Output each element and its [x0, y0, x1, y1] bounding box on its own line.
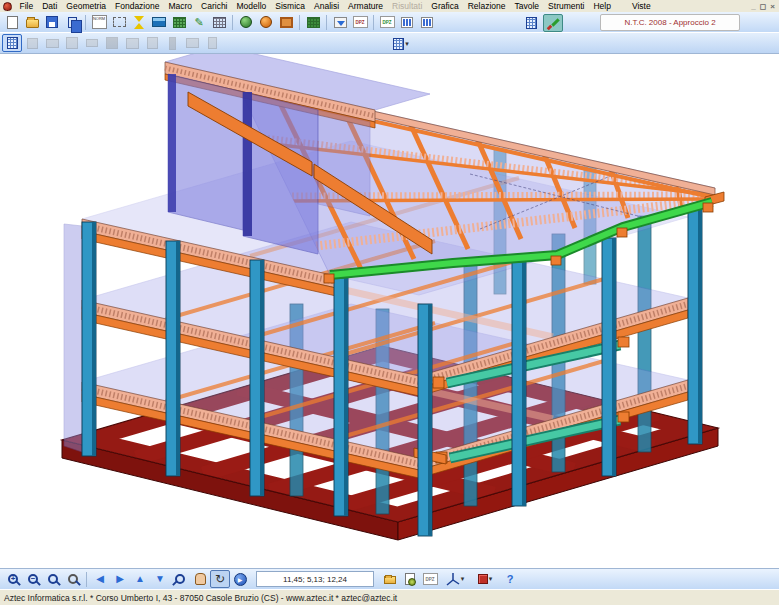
mesh-icon[interactable] [209, 13, 229, 31]
dpz-stamp-icon[interactable]: DPZ [420, 570, 440, 588]
building-view-icon[interactable] [521, 14, 541, 32]
floppy-glyph [46, 16, 58, 28]
render-brush-icon[interactable] [543, 14, 563, 32]
dpz-glyph: DPZ [380, 16, 395, 28]
export-load-icon[interactable] [330, 13, 350, 31]
chart-glyph [401, 17, 413, 28]
play-glyph: ▶ [234, 573, 247, 586]
plan-tool-icon [62, 34, 82, 52]
menu-sismica[interactable]: Sismica [271, 0, 310, 12]
page-gear-icon[interactable] [400, 570, 420, 588]
folder-small-icon[interactable] [380, 570, 400, 588]
menu-geometria[interactable]: Geometria [62, 0, 111, 12]
tool-glyph [169, 37, 176, 50]
menu-dati[interactable]: Dati [38, 0, 62, 12]
flag-tool-icon [82, 34, 102, 52]
pan-up-icon[interactable]: ▲ [130, 570, 150, 588]
building-3d-mode-icon[interactable] [2, 34, 22, 52]
sphere-glyph [240, 16, 252, 28]
menu-file[interactable]: File [15, 0, 38, 12]
dpz-wave-icon[interactable]: DPZ [350, 13, 370, 31]
chart-b-icon[interactable] [417, 13, 437, 31]
copy-icon[interactable] [62, 13, 82, 31]
menu-strumenti[interactable]: Strumenti [544, 0, 589, 12]
hourglass-icon[interactable] [129, 13, 149, 31]
save-icon[interactable] [42, 13, 62, 31]
question-glyph: ? [507, 573, 514, 585]
orange-sphere-icon[interactable] [256, 13, 276, 31]
menu-relazione[interactable]: Relazione [463, 0, 510, 12]
zoom-out-icon[interactable]: − [23, 570, 43, 588]
menu-help[interactable]: Help [589, 0, 615, 12]
norm-icon[interactable]: NORM [89, 13, 109, 31]
green-slab-icon[interactable] [169, 13, 189, 31]
grid-icon[interactable] [303, 13, 323, 31]
separator [326, 15, 327, 30]
menu-tavole[interactable]: Tavole [510, 0, 544, 12]
dpz-check-icon[interactable]: DPZ [377, 13, 397, 31]
pencil-glyph: ✎ [194, 17, 203, 28]
chevron-down-icon: ▾ [489, 575, 493, 583]
zoom-in-icon[interactable]: + [3, 570, 23, 588]
zoom-previous-icon[interactable] [170, 570, 190, 588]
selection-box-icon[interactable] [109, 13, 129, 31]
tool-glyph [126, 38, 139, 49]
grid-glyph [307, 17, 320, 28]
orbit-icon[interactable]: ↻ [210, 570, 230, 588]
model-viewport[interactable] [0, 54, 779, 568]
chart-glyph [421, 17, 433, 28]
minimize-button[interactable]: _ [751, 2, 755, 11]
cube-dropdown-icon[interactable]: ▾ [470, 570, 500, 588]
tool-glyph [106, 37, 118, 49]
pan-hand-icon[interactable] [190, 570, 210, 588]
arrow-glyph: ▼ [155, 574, 165, 584]
pan-down-icon[interactable]: ▼ [150, 570, 170, 588]
stamp-tool-icon [122, 34, 142, 52]
help-icon[interactable]: ? [500, 570, 520, 588]
zoom-window-icon[interactable] [43, 570, 63, 588]
window-controls: _ ◻ × [751, 2, 779, 11]
water-material-icon[interactable] [149, 13, 169, 31]
open-folder-icon[interactable] [22, 13, 42, 31]
chart-a-icon[interactable] [397, 13, 417, 31]
green-sphere-icon[interactable] [236, 13, 256, 31]
pencil-beam-icon[interactable]: ✎ [189, 13, 209, 31]
tool-glyph [147, 37, 158, 49]
animate-play-icon[interactable]: ▶ [230, 570, 250, 588]
menu-analisi[interactable]: Analisi [310, 0, 344, 12]
water-glyph [152, 17, 166, 27]
pan-right-icon[interactable]: ▶ [110, 570, 130, 588]
menu-modello[interactable]: Modello [232, 0, 271, 12]
separator [86, 572, 87, 587]
orange-plate-icon[interactable] [276, 13, 296, 31]
chevron-down-icon: ▾ [461, 575, 465, 583]
close-button[interactable]: × [770, 2, 775, 11]
arrow-glyph: ▶ [116, 574, 124, 584]
view-select-dropdown[interactable]: ▾ [385, 35, 417, 53]
plate-glyph [280, 17, 293, 28]
axes-dropdown-icon[interactable]: ▾ [440, 570, 470, 588]
slab-tool-icon [102, 34, 122, 52]
menu-bar: File Dati Geometria Fondazione Macro Car… [0, 0, 779, 12]
frame-tool-icon [42, 34, 62, 52]
menu-macro[interactable]: Macro [164, 0, 197, 12]
building-glyph [526, 17, 537, 29]
pan-left-icon[interactable]: ◀ [90, 570, 110, 588]
brush-glyph [547, 17, 560, 30]
menu-armature[interactable]: Armature [344, 0, 388, 12]
tool-glyph [66, 37, 78, 49]
zoom-extents-icon[interactable] [63, 570, 83, 588]
new-document-icon[interactable] [2, 13, 22, 31]
dpz-glyph: DPZ [353, 16, 368, 28]
restore-button[interactable]: ◻ [760, 2, 767, 11]
building-glyph [393, 38, 404, 50]
menu-carichi[interactable]: Carichi [197, 0, 232, 12]
cube-glyph [478, 574, 488, 584]
menu-viste[interactable]: Viste [627, 0, 655, 12]
coordinates-field[interactable] [256, 571, 374, 587]
hand-glyph [195, 573, 206, 585]
menu-grafica[interactable]: Grafica [427, 0, 463, 12]
code-standard-label: N.T.C. 2008 - Approccio 2 [600, 14, 740, 31]
norm-glyph: NORM [92, 15, 107, 29]
menu-fondazione[interactable]: Fondazione [111, 0, 164, 12]
